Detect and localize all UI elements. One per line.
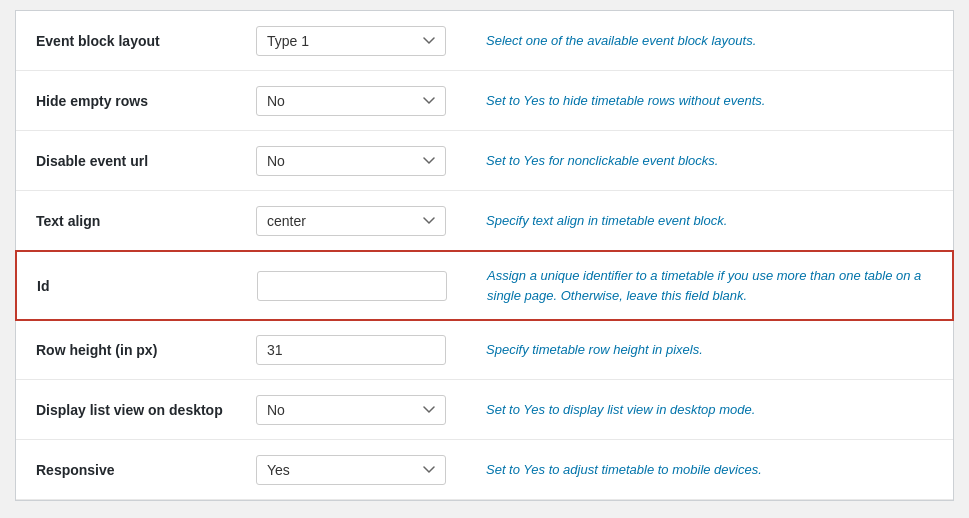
control-text-align: centerleftright [256,206,456,236]
label-display-list-view: Display list view on desktop [36,402,256,418]
description-event-block-layout: Select one of the available event block … [456,31,933,51]
select-disable-event-url[interactable]: NoYes [256,146,446,176]
label-hide-empty-rows: Hide empty rows [36,93,256,109]
label-disable-event-url: Disable event url [36,153,256,169]
select-hide-empty-rows[interactable]: NoYes [256,86,446,116]
description-disable-event-url: Set to Yes for nonclickable event blocks… [456,151,933,171]
select-event-block-layout[interactable]: Type 1Type 2Type 3 [256,26,446,56]
select-display-list-view[interactable]: NoYes [256,395,446,425]
settings-row-row-height: Row height (in px)Specify timetable row … [16,320,953,380]
description-hide-empty-rows: Set to Yes to hide timetable rows withou… [456,91,933,111]
select-responsive[interactable]: YesNo [256,455,446,485]
description-responsive: Set to Yes to adjust timetable to mobile… [456,460,933,480]
label-event-block-layout: Event block layout [36,33,256,49]
settings-row-event-block-layout: Event block layoutType 1Type 2Type 3Sele… [16,11,953,71]
select-text-align[interactable]: centerleftright [256,206,446,236]
control-disable-event-url: NoYes [256,146,456,176]
input-row-height[interactable] [256,335,446,365]
settings-row-timetable-id: IdAssign a unique identifier to a timeta… [15,250,954,321]
input-timetable-id[interactable] [257,271,447,301]
settings-row-display-list-view: Display list view on desktopNoYesSet to … [16,380,953,440]
label-row-height: Row height (in px) [36,342,256,358]
label-text-align: Text align [36,213,256,229]
control-row-height [256,335,456,365]
settings-row-hide-empty-rows: Hide empty rowsNoYesSet to Yes to hide t… [16,71,953,131]
description-display-list-view: Set to Yes to display list view in deskt… [456,400,933,420]
settings-panel: Event block layoutType 1Type 2Type 3Sele… [15,10,954,501]
description-text-align: Specify text align in timetable event bl… [456,211,933,231]
label-responsive: Responsive [36,462,256,478]
settings-row-responsive: ResponsiveYesNoSet to Yes to adjust time… [16,440,953,500]
control-display-list-view: NoYes [256,395,456,425]
label-timetable-id: Id [37,278,257,294]
control-hide-empty-rows: NoYes [256,86,456,116]
control-event-block-layout: Type 1Type 2Type 3 [256,26,456,56]
control-responsive: YesNo [256,455,456,485]
description-timetable-id: Assign a unique identifier to a timetabl… [457,266,932,305]
description-row-height: Specify timetable row height in pixels. [456,340,933,360]
control-timetable-id [257,271,457,301]
settings-row-disable-event-url: Disable event urlNoYesSet to Yes for non… [16,131,953,191]
settings-row-text-align: Text aligncenterleftrightSpecify text al… [16,191,953,251]
